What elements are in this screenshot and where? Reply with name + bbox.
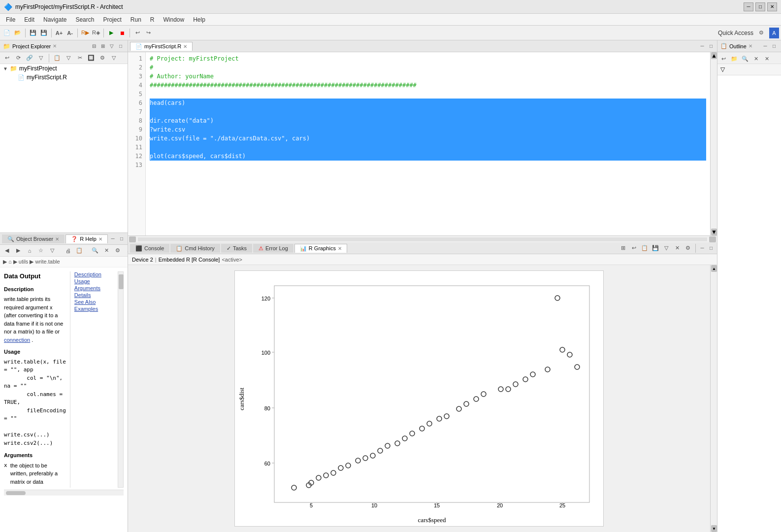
tab-error-log[interactable]: ⚠ Error Log [253,244,293,253]
rh-dropdown[interactable]: ▽ [47,245,57,256]
console-btn5[interactable]: ▽ [661,243,671,254]
toolbar-save[interactable]: 💾 [28,28,38,38]
menu-search[interactable]: Search [71,15,98,24]
rh-x[interactable]: ✕ [101,245,111,256]
tab-rh-close[interactable]: ✕ [98,236,102,242]
rh-nav-arguments[interactable]: Arguments [74,285,114,291]
toolbar-open[interactable]: 📂 [13,28,23,38]
rh-min-btn[interactable]: ─ [109,235,117,243]
minimize-button[interactable]: ─ [744,2,753,11]
close-button[interactable]: ✕ [767,2,777,11]
menu-window[interactable]: Window [159,15,188,24]
pe-collapse-btn[interactable]: ⊟ [90,42,98,50]
rh-nav-examples[interactable]: Examples [74,306,114,312]
menu-file[interactable]: File [2,15,19,24]
rh-copy[interactable]: 📋 [74,245,84,256]
menu-run[interactable]: Run [127,15,145,24]
toolbar-quick2[interactable]: A [769,28,779,38]
rh-nav-description[interactable]: Description [74,271,114,277]
outline-btn2[interactable]: 📁 [729,53,739,64]
menu-help[interactable]: Help [189,15,209,24]
toolbar-undo[interactable]: ↩ [132,28,142,38]
toolbar-stop-red[interactable]: ⏹ [117,28,127,38]
rh-search[interactable]: 🔍 [90,245,100,256]
tab-r-help[interactable]: ❓ R Help ✕ [65,234,108,243]
editor-tab-close[interactable]: ✕ [183,44,187,49]
tab-editor-script[interactable]: 📄 myFirstScript.R ✕ [130,42,193,51]
outline-min-btn[interactable]: ─ [761,42,769,50]
editor-v-scrollbar[interactable]: ▲ ▼ [710,52,717,235]
pe-btn8[interactable]: 🔲 [86,53,96,64]
rh-connection-link[interactable]: connection [4,337,30,343]
console-grid-btn[interactable]: ⊞ [618,243,628,254]
outline-max-btn[interactable]: □ [770,42,778,50]
pe-btn7[interactable]: ✂ [75,53,85,64]
tab-ob-close[interactable]: ✕ [55,236,59,242]
pe-btn3[interactable]: 🔗 [25,53,34,64]
console-btn7[interactable]: ⚙ [683,243,693,254]
outline-btn3[interactable]: 🔍 [740,53,750,64]
console-btn3[interactable]: 📋 [640,243,650,254]
pe-btn6[interactable]: ▽ [64,53,73,64]
pe-btn5[interactable]: 📋 [52,53,62,64]
tab-cmd-history[interactable]: 📋 Cmd History [170,244,220,253]
rh-h-scrollbar[interactable] [4,490,124,496]
toolbar-quick1[interactable]: ⚙ [756,28,766,38]
rh-scrollbar[interactable] [118,271,124,488]
console-btn4[interactable]: 💾 [651,243,660,254]
rh-nav-usage[interactable]: Usage [74,278,114,284]
toolbar-new[interactable]: 📄 [2,28,12,38]
rh-home[interactable]: ⌂ [25,245,34,256]
rh-forward[interactable]: ▶ [13,245,23,256]
rh-nav-seealso[interactable]: See Also [74,299,114,305]
toolbar-save-all[interactable]: 💾 [39,28,49,38]
rh-settings[interactable]: ⚙ [113,245,123,256]
graphics-v-scrollbar[interactable]: ▲ ▼ [710,265,717,532]
tab-r-graphics[interactable]: 📊 R Graphics ✕ [294,244,347,253]
rh-max-btn[interactable]: □ [118,235,126,243]
code-content[interactable]: # Project: myFirstProject # # Author: yo… [146,52,710,235]
toolbar-redo[interactable]: ↪ [143,28,153,38]
rh-nav-details[interactable]: Details [74,292,114,298]
console-btn2[interactable]: ↩ [629,243,639,254]
toolbar-font-decrease[interactable]: A- [65,28,75,38]
console-btn6[interactable]: ✕ [672,243,682,254]
tree-project-root[interactable]: ▼ 📁 myFirstProject [0,64,128,73]
tab-console[interactable]: ⬛ Console [130,244,169,253]
editor-min-btn[interactable]: ─ [698,42,706,50]
console-max[interactable]: □ [707,244,715,252]
toolbar-font-increase[interactable]: A+ [54,28,64,38]
pe-menu-btn[interactable]: ▽ [108,42,116,50]
pe-expand-btn[interactable]: ⊞ [99,42,107,50]
outline-btn1[interactable]: ↩ [718,53,728,64]
console-min[interactable]: ─ [698,244,706,252]
pe-btn1[interactable]: ↩ [2,53,12,64]
rgfx-close[interactable]: ✕ [338,246,342,251]
pe-btn4[interactable]: ▽ [36,53,46,64]
outline-btn5[interactable]: ✕ [762,53,772,64]
tab-object-browser[interactable]: 🔍 Object Browser ✕ [2,234,65,243]
menu-edit[interactable]: Edit [20,15,38,24]
editor-h-scrollbar[interactable] [128,235,717,242]
outline-dropdown[interactable]: ▽ [717,64,781,75]
pe-max-btn[interactable]: □ [117,42,125,50]
editor-scroll-up[interactable]: ▲ [711,52,717,59]
pe-btn10[interactable]: ▽ [109,53,119,64]
toolbar-run-green[interactable]: ▶ [106,28,116,38]
maximize-button[interactable]: □ [755,2,765,11]
pe-btn2[interactable]: ⟳ [13,53,23,64]
toolbar-run-r[interactable]: R▶ [80,28,90,38]
rh-print[interactable]: 🖨 [63,245,73,256]
tree-script-file[interactable]: 📄 myFirstScript.R [0,73,128,82]
rh-back[interactable]: ◀ [2,245,12,256]
editor-scroll-down[interactable]: ▼ [711,229,717,235]
tab-tasks[interactable]: ✓ Tasks [221,244,252,253]
menu-project[interactable]: Project [99,15,125,24]
pe-btn9[interactable]: ⚙ [98,53,107,64]
rh-star[interactable]: ☆ [36,245,46,256]
menu-r[interactable]: R [146,15,159,24]
outline-btn4[interactable]: ✕ [751,53,761,64]
toolbar-run-r2[interactable]: R◈ [91,28,101,38]
editor-max-btn[interactable]: □ [707,42,715,50]
menu-navigate[interactable]: Navigate [39,15,70,24]
